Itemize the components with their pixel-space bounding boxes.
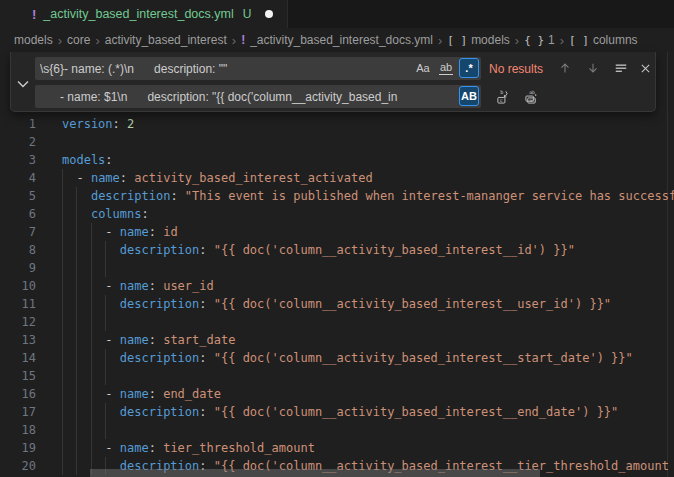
breadcrumb-item-1[interactable]: { }1 bbox=[524, 33, 555, 47]
code-line-3[interactable]: 3models: bbox=[0, 151, 674, 169]
line-number: 6 bbox=[0, 205, 36, 223]
previous-match-button[interactable] bbox=[555, 58, 575, 78]
svg-text:b: b bbox=[500, 89, 503, 95]
indent-guide bbox=[91, 367, 92, 385]
indent-guide bbox=[91, 259, 92, 277]
code-line-10[interactable]: 10 - name: user_id bbox=[0, 277, 674, 295]
regex-toggle[interactable]: .* bbox=[459, 58, 479, 78]
vscode-window: ! _activity_based_interest_docs.yml U mo… bbox=[0, 0, 674, 477]
breadcrumb-label: columns bbox=[593, 33, 638, 47]
code-text: models: bbox=[62, 151, 113, 169]
breadcrumb-separator-icon: › bbox=[438, 33, 442, 48]
code-line-4[interactable]: 4 - name: activity_based_interest_activa… bbox=[0, 169, 674, 187]
replace-input[interactable] bbox=[35, 85, 481, 108]
line-number: 11 bbox=[0, 295, 36, 313]
code-text: description: "This event is published wh… bbox=[62, 187, 674, 205]
tab-active-file[interactable]: ! _activity_based_interest_docs.yml U bbox=[0, 0, 288, 28]
line-number: 7 bbox=[0, 223, 36, 241]
whole-word-label: ab bbox=[439, 62, 453, 75]
breadcrumb-label: activity_based_interest bbox=[105, 33, 227, 47]
preserve-case-toggle[interactable]: AB bbox=[459, 86, 479, 106]
code-line-5[interactable]: 5 description: "This event is published … bbox=[0, 187, 674, 205]
svg-text:c: c bbox=[499, 97, 502, 103]
indent-guide bbox=[76, 259, 77, 277]
line-number: 16 bbox=[0, 385, 36, 403]
replace-button[interactable]: b c bbox=[493, 86, 513, 106]
code-line-15[interactable]: 15 bbox=[0, 367, 674, 385]
find-replace-widget: Aa ab .* No results AB b bbox=[10, 52, 656, 112]
code-text: version: 2 bbox=[62, 115, 134, 133]
tab-filename: _activity_based_interest_docs.yml bbox=[43, 7, 233, 21]
replace-all-button[interactable]: ab ac bbox=[521, 86, 541, 106]
code-text: - name: activity_based_interest_activate… bbox=[62, 169, 373, 187]
line-number: 3 bbox=[0, 151, 36, 169]
regex-label: .* bbox=[465, 62, 472, 74]
find-in-selection-button[interactable] bbox=[611, 58, 631, 78]
code-line-13[interactable]: 13 - name: start_date bbox=[0, 331, 674, 349]
breadcrumb-label: core bbox=[67, 33, 90, 47]
code-line-12[interactable]: 12 bbox=[0, 313, 674, 331]
breadcrumb-label: 1 bbox=[548, 33, 555, 47]
next-match-button[interactable] bbox=[583, 58, 603, 78]
editor-code-area[interactable]: 1version: 223models:4 - name: activity_b… bbox=[0, 115, 674, 477]
line-number: 15 bbox=[0, 367, 36, 385]
preserve-case-label: AB bbox=[461, 90, 477, 102]
code-text: - name: id bbox=[62, 223, 178, 241]
yaml-file-icon: ! bbox=[241, 33, 245, 47]
indent-guide bbox=[62, 313, 63, 331]
indent-guide bbox=[91, 421, 92, 439]
breadcrumb-label: models bbox=[471, 33, 510, 47]
breadcrumb-item-columns[interactable]: [ ]columns bbox=[569, 33, 638, 47]
git-untracked-badge: U bbox=[243, 7, 252, 21]
code-line-7[interactable]: 7 - name: id bbox=[0, 223, 674, 241]
whole-word-toggle[interactable]: ab bbox=[436, 58, 456, 78]
breadcrumb-item-activity_based_interest[interactable]: activity_based_interest bbox=[105, 33, 227, 47]
line-number: 4 bbox=[0, 169, 36, 187]
breadcrumb: models›core›activity_based_interest›!_ac… bbox=[0, 28, 674, 52]
indent-guide bbox=[105, 421, 106, 439]
toggle-replace-chevron-icon[interactable] bbox=[13, 74, 33, 94]
horizontal-scrollbar[interactable] bbox=[90, 469, 540, 477]
code-text: description: "{{ doc('column__activity_b… bbox=[62, 295, 611, 313]
breadcrumb-item-_activity_based_interest_docs.yml[interactable]: !_activity_based_interest_docs.yml bbox=[241, 33, 433, 47]
line-number: 10 bbox=[0, 277, 36, 295]
code-text: description: "{{ doc('column__activity_b… bbox=[62, 349, 633, 367]
line-number: 5 bbox=[0, 187, 36, 205]
code-line-9[interactable]: 9 bbox=[0, 259, 674, 277]
code-line-19[interactable]: 19 - name: tier_threshold_amount bbox=[0, 439, 674, 457]
match-case-toggle[interactable]: Aa bbox=[413, 58, 433, 78]
code-line-14[interactable]: 14 description: "{{ doc('column__activit… bbox=[0, 349, 674, 367]
line-number: 8 bbox=[0, 241, 36, 259]
indent-guide bbox=[105, 367, 106, 385]
indent-guide bbox=[105, 313, 106, 331]
breadcrumb-item-core[interactable]: core bbox=[67, 33, 90, 47]
code-line-1[interactable]: 1version: 2 bbox=[0, 115, 674, 133]
breadcrumb-separator-icon: › bbox=[58, 33, 62, 48]
line-number: 20 bbox=[0, 457, 36, 475]
breadcrumb-label: _activity_based_interest_docs.yml bbox=[250, 33, 433, 47]
code-line-17[interactable]: 17 description: "{{ doc('column__activit… bbox=[0, 403, 674, 421]
line-number: 2 bbox=[0, 133, 36, 151]
svg-text:ab: ab bbox=[529, 89, 535, 94]
line-number: 17 bbox=[0, 403, 36, 421]
code-text: description: "{{ doc('column__activity_b… bbox=[62, 241, 575, 259]
code-line-11[interactable]: 11 description: "{{ doc('column__activit… bbox=[0, 295, 674, 313]
breadcrumb-item-models[interactable]: [ ]models bbox=[447, 33, 510, 47]
svg-text:ac: ac bbox=[529, 97, 535, 102]
breadcrumb-item-models[interactable]: models bbox=[14, 33, 53, 47]
line-number: 9 bbox=[0, 259, 36, 277]
modified-dot-icon[interactable] bbox=[265, 10, 273, 18]
code-line-16[interactable]: 16 - name: end_date bbox=[0, 385, 674, 403]
line-number: 18 bbox=[0, 421, 36, 439]
indent-guide bbox=[105, 259, 106, 277]
code-text: columns: bbox=[62, 205, 149, 223]
breadcrumb-separator-icon: › bbox=[232, 33, 236, 48]
code-line-8[interactable]: 8 description: "{{ doc('column__activity… bbox=[0, 241, 674, 259]
code-line-2[interactable]: 2 bbox=[0, 133, 674, 151]
code-line-18[interactable]: 18 bbox=[0, 421, 674, 439]
code-line-6[interactable]: 6 columns: bbox=[0, 205, 674, 223]
line-number: 14 bbox=[0, 349, 36, 367]
indent-guide bbox=[76, 421, 77, 439]
indent-guide bbox=[76, 313, 77, 331]
close-find-widget-button[interactable] bbox=[635, 58, 655, 78]
